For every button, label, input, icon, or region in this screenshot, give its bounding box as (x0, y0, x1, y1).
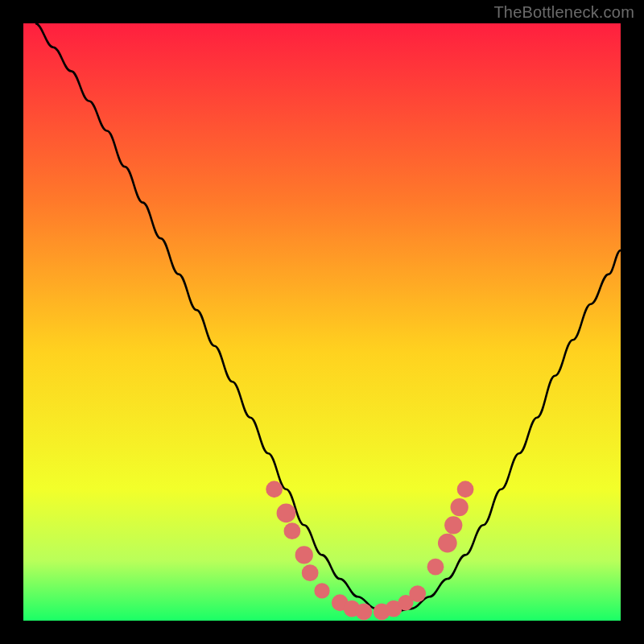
marker-point (438, 534, 457, 553)
bottleneck-chart (23, 23, 621, 621)
marker-point (295, 546, 313, 564)
watermark-text: TheBottleneck.com (493, 3, 634, 22)
marker-point (444, 516, 462, 534)
marker-point (266, 481, 283, 497)
marker-point (284, 522, 301, 539)
marker-point (451, 498, 469, 516)
marker-point (457, 481, 474, 497)
marker-point (409, 585, 426, 602)
marker-point (302, 564, 319, 581)
marker-point (314, 583, 329, 598)
marker-point (427, 559, 444, 576)
gradient-background (23, 23, 621, 621)
chart-frame (23, 23, 621, 621)
marker-point (277, 504, 296, 523)
marker-point (356, 603, 373, 620)
